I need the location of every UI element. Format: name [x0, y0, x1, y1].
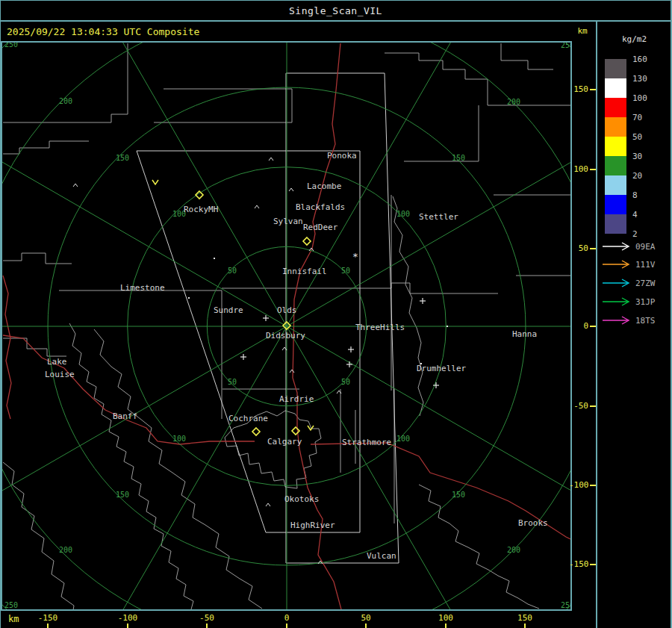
city-label: Sundre [214, 305, 243, 315]
city-label: Hanna [512, 329, 537, 339]
radial-line [87, 326, 287, 609]
legend-color-swatch [605, 195, 626, 214]
legend-color-swatch [605, 214, 626, 234]
title-bar: Single_Scan_VIL [1, 1, 671, 22]
scan-sector [286, 73, 399, 563]
info-bar: 2025/09/22 13:04:33 UTC Composite [1, 22, 594, 41]
radial-line [2, 127, 287, 326]
city-label: Lake [47, 357, 67, 367]
boundary-line [3, 462, 81, 609]
range-ring-label: 250 [4, 43, 18, 49]
city-label: Calgary [267, 437, 302, 447]
range-ring-label: 150 [452, 154, 465, 162]
range-ring-label: 50 [228, 267, 237, 275]
city-label: Cochrane [228, 414, 268, 423]
legend-value-label: 4 [632, 210, 638, 220]
bottom-axis-tick-label: 150 [517, 613, 532, 623]
bottom-axis-tick [47, 624, 49, 628]
bottom-axis-tick [206, 624, 208, 628]
window-title: Single_Scan_VIL [289, 5, 382, 16]
bottom-axis-tick-label: -100 [118, 613, 138, 623]
city-label: Banff [113, 411, 137, 421]
caret-marker-icon [266, 503, 270, 506]
legend-value-label: 2 [632, 229, 638, 239]
track-id-label: 09EA [635, 242, 656, 252]
boundary-line [3, 43, 128, 122]
legend-value-label: 160 [632, 55, 647, 64]
city-label: Brooks [518, 518, 548, 528]
town-dot-icon [188, 297, 190, 299]
boundary-line [164, 89, 292, 122]
boundary-line [404, 105, 479, 161]
range-ring-label: 250 [4, 601, 18, 609]
city-label: Vulcan [367, 551, 396, 561]
range-ring-label: 100 [396, 435, 410, 443]
legend-value-label: 70 [632, 113, 642, 122]
city-label: Blackfalds [296, 202, 345, 212]
track-id-label: 18TS [635, 316, 656, 326]
legend-value-label: 8 [632, 190, 638, 200]
range-ring-label: 200 [507, 98, 520, 106]
track-id-label: 27ZW [635, 279, 656, 288]
bottom-axis-tick [445, 624, 447, 628]
right-axis-tick-label: 50 [569, 243, 588, 253]
city-label: Stettler [419, 212, 458, 222]
right-axis-tick [590, 485, 596, 486]
range-ring-label: 150 [116, 154, 129, 162]
right-axis-unit: km [570, 26, 595, 36]
range-ring-label: 100 [396, 210, 410, 218]
legend-panel: kg/m2 1601301007050302084209EA111V27ZW31… [596, 22, 671, 628]
track-id-label: 31JP [635, 297, 656, 307]
boundary-line [501, 43, 553, 69]
bottom-axis-tick [365, 624, 367, 628]
bottom-axis-tick-label: 50 [361, 613, 370, 623]
bottom-axis-tick-label: 0 [284, 613, 290, 623]
map-markers: * [73, 158, 448, 564]
star-marker-icon: * [352, 251, 358, 262]
town-dot-icon [214, 258, 215, 259]
timestamp: 2025/09/22 13:04:33 UTC Composite [7, 26, 199, 37]
range-ring-label: 50 [228, 378, 237, 386]
boundary-line [69, 323, 193, 609]
caret-marker-icon [269, 158, 273, 161]
right-axis-tick [590, 326, 596, 327]
city-label: Lacombe [307, 181, 341, 191]
map-frame: 5050505010010010010015015015015020020020… [1, 41, 572, 611]
radar-site-diamond-icon [303, 237, 311, 245]
legend-color-swatch [605, 59, 626, 78]
radar-map: 5050505010010010010015015015015020020020… [2, 43, 570, 609]
range-ring-label: 100 [172, 435, 186, 443]
legend-value-label: 50 [632, 132, 642, 142]
city-label: Limestone [120, 283, 165, 293]
legend-scale: 1601301007050302084209EA111V27ZW31JP18TS [597, 22, 672, 628]
range-ring-label: 250 [561, 43, 570, 49]
right-axis-tick-label: -50 [569, 401, 588, 411]
right-axis-tick-label: -100 [569, 480, 588, 490]
city-label: Ponoka [327, 151, 357, 161]
right-axis-tick [590, 169, 596, 170]
city-label: Louise [45, 370, 75, 379]
right-axis-tick-label: -150 [569, 559, 588, 569]
caret-marker-icon [255, 205, 259, 208]
range-ring-label: 50 [341, 378, 350, 386]
city-label: ThreeHills [355, 323, 405, 332]
track-id-label: 111V [635, 260, 656, 270]
caret-marker-icon [289, 188, 293, 191]
city-label: Okotoks [284, 494, 319, 504]
legend-color-swatch [605, 137, 626, 156]
city-label: Didsbury [266, 331, 305, 341]
vee-marker-icon [152, 180, 158, 184]
legend-color-swatch [605, 98, 626, 117]
highway-line [3, 276, 11, 419]
right-axis-tick [590, 405, 596, 407]
range-ring-label: 150 [116, 491, 129, 499]
city-label: HighRiver [290, 520, 335, 530]
radial-line [87, 43, 287, 326]
bottom-axis-tick [286, 624, 287, 628]
radial-line [287, 326, 570, 526]
legend-value-label: 100 [632, 93, 647, 103]
boundary-line [94, 329, 262, 609]
range-ring-label: 200 [59, 97, 72, 105]
range-ring-label: 250 [561, 601, 570, 609]
bottom-axis-tick [524, 624, 526, 628]
